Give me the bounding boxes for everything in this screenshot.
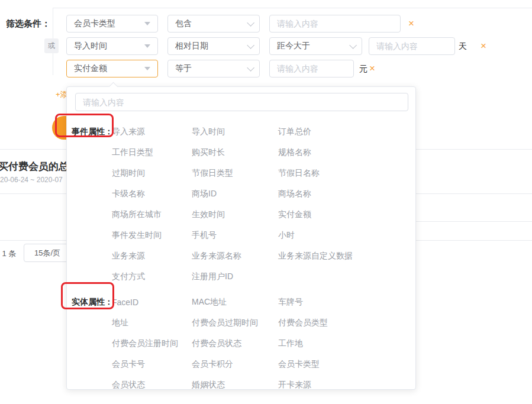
attribute-option[interactable]: 会员卡号 — [112, 359, 192, 370]
chevron-down-icon — [247, 64, 254, 72]
caret-down-icon — [144, 67, 150, 70]
attribute-option[interactable]: 婚姻状态 — [192, 380, 278, 390]
report-title-partial: 买付费会员的总 — [0, 160, 69, 173]
attribute-row: 事件发生时间手机号小时 — [67, 225, 415, 245]
value-input-row3[interactable] — [269, 60, 354, 77]
attribute-option[interactable]: 工作地 — [278, 338, 415, 349]
attribute-option[interactable]: 订单总价 — [278, 127, 415, 137]
attribute-option[interactable]: 导入来源 — [112, 127, 192, 137]
attribute-option[interactable]: 手机号 — [192, 230, 278, 241]
operator-select-row2-value: 相对日期 — [175, 41, 208, 51]
attribute-row: 会员状态婚姻状态开卡来源 — [67, 374, 415, 395]
operator-select-row1-value: 包含 — [175, 18, 192, 29]
annotation-box-entity-attributes — [61, 282, 114, 309]
operator2-select-row2[interactable]: 距今大于 — [269, 37, 362, 55]
attribute-option[interactable]: 商场名称 — [278, 189, 415, 199]
attribute-option[interactable]: MAC地址 — [192, 297, 278, 308]
unit-label-days: 天 — [459, 41, 467, 52]
attribute-option[interactable]: 购买时长 — [192, 147, 278, 158]
attribute-row: 支付方式注册用户ID — [67, 266, 415, 287]
attribute-option[interactable]: 商场所在城市 — [112, 209, 192, 220]
remove-condition-icon-row1[interactable]: × — [408, 18, 414, 28]
attribute-option[interactable]: 节假日名称 — [278, 168, 415, 179]
attribute-search-input[interactable] — [75, 93, 408, 111]
remove-condition-icon-row3[interactable]: × — [369, 63, 375, 73]
attribute-option[interactable]: 导入时间 — [192, 127, 278, 137]
remove-condition-icon-row2[interactable]: × — [481, 41, 486, 51]
attribute-option[interactable]: 实付金额 — [278, 209, 415, 220]
attribute-option[interactable]: 注册用户ID — [192, 272, 278, 282]
attribute-option[interactable]: 付费会员类型 — [278, 318, 415, 328]
field-select-row1-value: 会员卡类型 — [74, 18, 115, 29]
attribute-row: 商场所在城市生效时间实付金额 — [67, 204, 415, 225]
operator-select-row1[interactable]: 包含 — [167, 15, 260, 33]
attribute-option[interactable]: 小时 — [278, 230, 415, 241]
operator-select-row2[interactable]: 相对日期 — [167, 37, 260, 55]
attribute-option[interactable]: 车牌号 — [278, 297, 415, 308]
attribute-option[interactable]: 会员卡积分 — [192, 359, 278, 370]
attribute-option[interactable]: 业务来源自定义数据 — [278, 251, 415, 261]
attribute-option[interactable]: 支付方式 — [112, 272, 192, 282]
annotation-box-event-attributes — [55, 114, 114, 137]
attribute-row: 会员卡号会员卡积分会员卡类型 — [67, 354, 415, 374]
operator2-select-row2-value: 距今大于 — [277, 41, 310, 51]
field-select-row2[interactable]: 导入时间 — [66, 37, 158, 55]
or-badge[interactable]: 或 — [44, 38, 59, 53]
operator-select-row3[interactable]: 等于 — [167, 60, 260, 77]
attribute-list: 事件属性：导入来源导入时间订单总价工作日类型购买时长规格名称过期时间节假日类型节… — [67, 121, 415, 395]
value-input-row1[interactable] — [269, 15, 401, 33]
value-input-row2[interactable] — [369, 37, 455, 55]
attribute-row: 卡级名称商场ID商场名称 — [67, 183, 415, 204]
attribute-option[interactable]: 规格名称 — [278, 147, 415, 158]
report-date-range-partial: 20-06-24 ~ 2020-07 — [0, 176, 63, 184]
attribute-option[interactable]: 工作日类型 — [112, 147, 192, 158]
attribute-option[interactable]: 会员卡类型 — [278, 359, 415, 370]
attribute-option[interactable]: 地址 — [112, 318, 192, 328]
attribute-option[interactable]: 事件发生时间 — [112, 230, 192, 241]
chevron-down-icon — [247, 19, 254, 27]
filter-condition-screen: 筛选条件： 会员卡类型 包含 × 或 导入时间 相对日期 距今大于 天 × 实付… — [0, 0, 532, 404]
caret-down-icon — [144, 22, 150, 25]
page-size-value: 15条/页 — [34, 248, 60, 258]
divider — [53, 8, 532, 8]
attribute-option[interactable]: 卡级名称 — [112, 189, 192, 199]
field-select-row3[interactable]: 实付金额 — [66, 60, 158, 77]
attribute-row: 实体属性：FaceIDMAC地址车牌号 — [67, 292, 415, 312]
field-select-row1[interactable]: 会员卡类型 — [66, 15, 158, 33]
chevron-down-icon — [247, 41, 254, 49]
attribute-option[interactable]: 业务来源 — [112, 251, 192, 261]
field-select-row3-value: 实付金额 — [74, 63, 107, 74]
attribute-option[interactable]: 生效时间 — [192, 209, 278, 220]
filter-conditions-label: 筛选条件： — [6, 18, 50, 30]
field-select-row2-value: 导入时间 — [74, 41, 107, 51]
page-size-select[interactable]: 15条/页 — [24, 244, 71, 262]
unit-label-yuan: 元 — [359, 64, 367, 75]
attribute-option[interactable]: 过期时间 — [112, 168, 192, 179]
attribute-option[interactable]: 节假日类型 — [192, 168, 278, 179]
attribute-option[interactable]: 商场ID — [192, 189, 278, 199]
attribute-dropdown-panel: 事件属性：导入来源导入时间订单总价工作日类型购买时长规格名称过期时间节假日类型节… — [66, 86, 416, 390]
attribute-option[interactable]: 开卡来源 — [278, 380, 415, 390]
attribute-option[interactable]: 付费会员注册时间 — [112, 338, 192, 349]
attribute-row: 付费会员注册时间付费会员状态工作地 — [67, 333, 415, 354]
attribute-option[interactable]: 付费会员状态 — [192, 338, 278, 349]
attribute-row: 过期时间节假日类型节假日名称 — [67, 163, 415, 183]
attribute-option[interactable]: FaceID — [112, 298, 192, 307]
attribute-row: 事件属性：导入来源导入时间订单总价 — [67, 121, 415, 142]
attribute-option[interactable]: 付费会员过期时间 — [192, 318, 278, 328]
operator-select-row3-value: 等于 — [175, 63, 192, 74]
chevron-down-icon — [349, 41, 357, 49]
attribute-option[interactable]: 业务来源名称 — [192, 251, 278, 261]
pagination-total: 共 1 条 — [0, 248, 16, 259]
attribute-row: 业务来源业务来源名称业务来源自定义数据 — [67, 245, 415, 266]
attribute-row: 工作日类型购买时长规格名称 — [67, 142, 415, 163]
attribute-row: 地址付费会员过期时间付费会员类型 — [67, 312, 415, 333]
attribute-option[interactable]: 会员状态 — [112, 380, 192, 390]
caret-down-icon — [144, 44, 150, 48]
